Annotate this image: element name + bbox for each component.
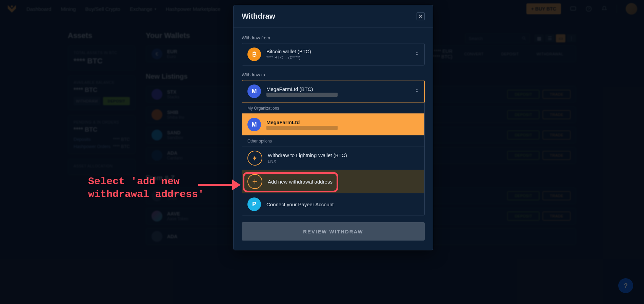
- option-org-megafarm[interactable]: M MegaFarmLtd: [242, 113, 424, 135]
- close-button[interactable]: [417, 12, 425, 20]
- withdraw-from-select[interactable]: Bitcoin wallet (BTC) **** BTC ≈ (€****): [242, 43, 425, 65]
- bitcoin-icon: [247, 48, 261, 61]
- lightning-icon: [247, 151, 262, 166]
- withdraw-to-dropdown: My Organizations M MegaFarmLtd Other opt…: [242, 102, 425, 215]
- payeer-icon: P: [247, 197, 261, 211]
- withdraw-to-label: Withdraw to: [242, 72, 425, 77]
- section-other-label: Other options: [242, 135, 424, 146]
- org-letter-icon: M: [247, 118, 261, 131]
- svg-marker-7: [232, 179, 241, 190]
- modal-title: Withdraw: [242, 12, 275, 21]
- to-selected-title: MegaFarmLtd (BTC): [266, 86, 419, 92]
- org-address: [266, 126, 338, 130]
- to-selected-address: [266, 93, 338, 97]
- withdraw-to-select[interactable]: M MegaFarmLtd (BTC): [242, 80, 425, 102]
- annotation-text: Select 'add new withdrawal address': [88, 175, 204, 201]
- withdraw-from-label: Withdraw from: [242, 35, 425, 40]
- org-letter-icon: M: [247, 84, 261, 98]
- plus-icon: [247, 174, 262, 189]
- review-withdraw-button[interactable]: REVIEW WITHDRAW: [242, 222, 425, 241]
- close-icon: [419, 15, 422, 18]
- option-payeer[interactable]: P Connect your Payeer Account: [242, 193, 424, 215]
- option-lightning[interactable]: Withdraw to Lightning Wallet (BTC) LNX: [242, 146, 424, 170]
- from-wallet-sub: **** BTC ≈ (€****): [266, 55, 419, 60]
- from-wallet-title: Bitcoin wallet (BTC): [266, 49, 419, 54]
- section-orgs-label: My Organizations: [242, 102, 424, 113]
- withdraw-modal: Withdraw Withdraw from Bitcoin wallet (B…: [233, 5, 433, 250]
- chevron-updown-icon: [416, 52, 419, 57]
- option-add-new-address[interactable]: Add new withdrawal address: [242, 170, 424, 193]
- chevron-updown-icon: [416, 89, 419, 94]
- annotation-arrow: [197, 175, 241, 195]
